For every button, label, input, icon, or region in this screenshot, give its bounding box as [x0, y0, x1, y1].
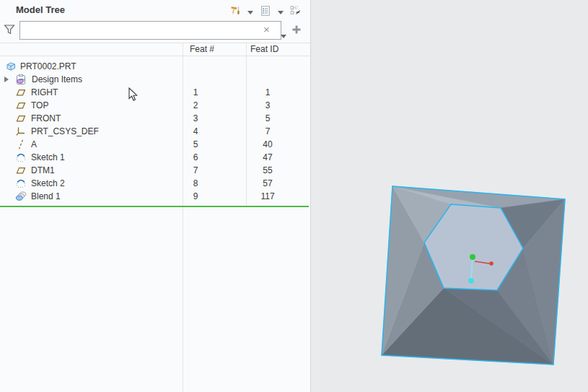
tree-item-label[interactable]: FRONT: [31, 113, 61, 123]
tree-row-top[interactable]: TOP 2 3: [0, 99, 310, 112]
tree-item-label[interactable]: RIGHT: [31, 87, 58, 97]
sketch-icon: [15, 178, 27, 189]
tools-dropdown-arrow[interactable]: [247, 4, 253, 17]
panel-title: Model Tree: [16, 4, 65, 15]
feat-id-cell: 3: [246, 100, 289, 110]
tree-row-sketch1[interactable]: Sketch 1 6 47: [0, 151, 310, 164]
tools-icon[interactable]: [227, 2, 244, 19]
tree-row-blend1[interactable]: Blend 1 9 117: [0, 190, 310, 203]
insert-here-indicator[interactable]: [0, 206, 309, 207]
clear-filter-icon[interactable]: ×: [263, 24, 270, 35]
tree-row-right[interactable]: RIGHT 1 1: [0, 86, 310, 99]
settings-dropdown-arrow[interactable]: [278, 4, 284, 17]
creo-model-tree-window: Model Tree × Feat # Feat ID PRT0002.PRT: [0, 0, 588, 392]
divider: [0, 43, 310, 43]
model-3d-view[interactable]: [311, 0, 588, 392]
tree-item-label[interactable]: PRT_CSYS_DEF: [31, 126, 99, 136]
feat-number-cell: 8: [183, 178, 209, 188]
csys-origin: [470, 254, 475, 260]
feat-number-cell: 6: [183, 152, 209, 162]
tree-row-axis[interactable]: A 5 40: [0, 138, 310, 151]
feat-id-cell: 1: [246, 87, 289, 97]
tree-row-part[interactable]: PRT0002.PRT: [0, 60, 310, 73]
column-header-feat-id[interactable]: Feat ID: [250, 44, 278, 54]
tree-item-label[interactable]: DTM1: [31, 165, 55, 175]
feat-id-cell: 40: [246, 139, 289, 149]
csys-icon: [15, 126, 27, 137]
design-items-icon: [15, 74, 27, 85]
datum-plane-icon: [15, 87, 27, 98]
tree-row-sketch2[interactable]: Sketch 2 8 57: [0, 177, 310, 190]
model-tree-header: Model Tree: [0, 0, 310, 20]
feat-number-cell: 5: [183, 139, 209, 149]
feat-id-cell: 47: [246, 152, 289, 162]
mouse-cursor: [128, 87, 138, 105]
tree-item-label[interactable]: PRT0002.PRT: [20, 61, 76, 71]
filter-dropdown-arrow[interactable]: [281, 28, 286, 41]
add-filter-plus-icon[interactable]: [291, 25, 302, 38]
feat-id-cell: 55: [246, 165, 289, 175]
show-hide-tree-items-icon[interactable]: [287, 2, 304, 19]
tree-item-label[interactable]: TOP: [31, 100, 48, 110]
tree-row-design-items[interactable]: Design Items: [0, 73, 310, 86]
feat-id-cell: 117: [246, 191, 289, 201]
feat-number-cell: 1: [183, 87, 209, 97]
feat-number-cell: 3: [183, 113, 209, 123]
model-tree-panel: Model Tree × Feat # Feat ID PRT0002.PRT: [0, 0, 311, 392]
tree-item-label[interactable]: Sketch 1: [31, 152, 65, 162]
divider: [0, 56, 310, 56]
axis-icon: [15, 139, 27, 150]
tree-item-label[interactable]: Sketch 2: [31, 178, 65, 188]
feat-number-cell: 4: [183, 126, 209, 136]
feat-number-cell: 9: [183, 191, 209, 201]
filter-funnel-icon[interactable]: [3, 23, 16, 39]
datum-plane-icon: [15, 100, 27, 111]
expand-arrow-icon[interactable]: [4, 77, 9, 82]
blend-icon: [15, 191, 27, 202]
sketch-icon: [15, 152, 27, 163]
graphics-viewport[interactable]: [311, 0, 588, 392]
feat-number-cell: 2: [183, 100, 209, 110]
part-icon: [5, 61, 17, 72]
tree-item-label[interactable]: A: [31, 139, 37, 149]
column-header-feat-number[interactable]: Feat #: [190, 44, 214, 54]
tree-row-dtm1[interactable]: DTM1 7 55: [0, 164, 310, 177]
tree-filter-input[interactable]: [19, 21, 281, 40]
tree-settings-icon[interactable]: [257, 2, 274, 19]
model-tree-list: PRT0002.PRT Design Items RIGHT 1 1 TOP 2…: [0, 60, 310, 203]
csys-x-end: [489, 261, 493, 266]
tree-item-label[interactable]: Blend 1: [31, 191, 61, 201]
csys-y-end: [468, 278, 474, 284]
datum-plane-icon: [15, 165, 27, 176]
feat-id-cell: 57: [246, 178, 289, 188]
tree-row-csys[interactable]: PRT_CSYS_DEF 4 7: [0, 125, 310, 138]
tree-row-front[interactable]: FRONT 3 5: [0, 112, 310, 125]
feat-number-cell: 7: [183, 165, 209, 175]
tree-item-label[interactable]: Design Items: [32, 74, 82, 84]
feat-id-cell: 5: [246, 113, 289, 123]
datum-plane-icon: [15, 113, 27, 124]
feat-id-cell: 7: [246, 126, 289, 136]
